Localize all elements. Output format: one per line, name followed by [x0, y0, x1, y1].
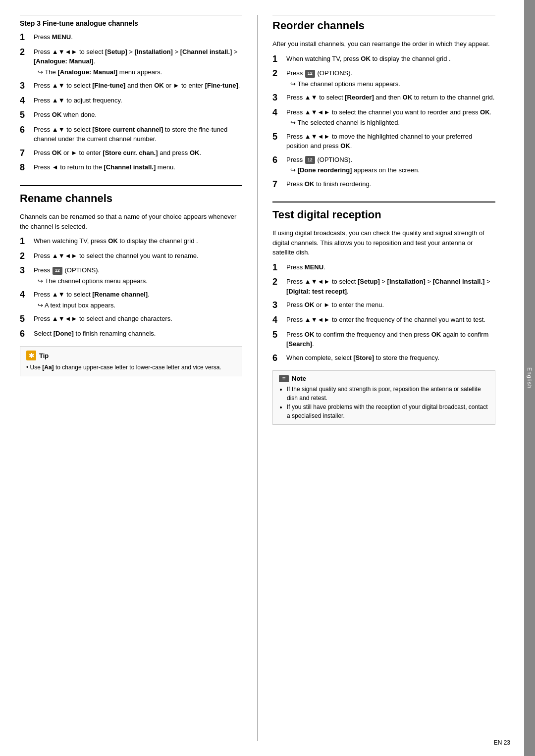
rename-num-5: 5	[20, 314, 34, 325]
rename-content-1: When watching TV, press OK to display th…	[34, 236, 242, 246]
test-item-3: 3 Press OK or ► to enter the menu.	[272, 300, 495, 311]
reorder-content-7: Press OK to finish reordering.	[286, 179, 495, 189]
test-num-3: 3	[272, 300, 286, 311]
rename-num-4: 4	[20, 290, 34, 301]
top-divider-left	[20, 15, 242, 15]
rename-title: Rename channels	[20, 192, 242, 207]
note-item-2: If you still have problems with the rece…	[287, 403, 489, 420]
rename-num-6: 6	[20, 329, 34, 340]
rename-item-1: 1 When watching TV, press OK to display …	[20, 236, 242, 247]
step3-item-4: 4 Press ▲▼ to adjust frequency.	[20, 96, 242, 106]
test-num-5: 5	[272, 330, 286, 341]
test-list: 1 Press MENU. 2 Press ▲▼◄► to select [Se…	[272, 262, 495, 363]
reorder-content-4: Press ▲▼◄► to select the channel you wan…	[286, 107, 495, 128]
tip-icon: ✱	[26, 351, 36, 360]
rename-num-1: 1	[20, 236, 34, 247]
step3-content-4: Press ▲▼ to adjust frequency.	[34, 96, 242, 105]
rename-content-5: Press ▲▼◄► to select and change characte…	[34, 314, 242, 324]
test-item-2: 2 Press ▲▼◄► to select [Setup] > [Instal…	[272, 277, 495, 296]
note-icon	[279, 375, 289, 382]
note-box: Note If the signal quality and strength …	[272, 370, 495, 425]
rename-item-4: 4 Press ▲▼ to select [Rename channel].A …	[20, 290, 242, 310]
reorder-content-3: Press ▲▼ to select [Reorder] and then OK…	[286, 93, 495, 102]
section-divider-test	[272, 202, 495, 202]
rename-content-2: Press ▲▼◄► to select the channel you wan…	[34, 251, 242, 261]
test-num-4: 4	[272, 315, 286, 326]
test-title: Test digital reception	[272, 208, 495, 223]
test-content-3: Press OK or ► to enter the menu.	[286, 300, 495, 310]
rename-content-4: Press ▲▼ to select [Rename channel].A te…	[34, 290, 242, 310]
rename-content-6: Select [Done] to finish renaming channel…	[34, 329, 242, 339]
step3-item-6: 6 Press ▲▼ to select [Store current chan…	[20, 125, 242, 144]
reorder-title: Reorder channels	[272, 19, 495, 34]
step3-list: 1 Press MENU. 2 Press ▲▼◄► to select [Se…	[20, 32, 242, 173]
step3-content-2: Press ▲▼◄► to select [Setup] > [Installa…	[34, 47, 242, 77]
note-header: Note	[279, 375, 489, 382]
step3-item-2: 2 Press ▲▼◄► to select [Setup] > [Instal…	[20, 47, 242, 77]
reorder-item-2: 2 Press 12 (OPTIONS).The channel options…	[272, 68, 495, 89]
rename-list: 1 When watching TV, press OK to display …	[20, 236, 242, 339]
test-num-6: 6	[272, 353, 286, 364]
test-content-6: When complete, select [Store] to store t…	[286, 353, 495, 363]
options-icon-rename-3: 12	[53, 267, 62, 275]
reorder-num-6: 6	[272, 155, 286, 166]
tip-content: • Use [Aa] to change upper-case letter t…	[26, 363, 236, 372]
section-divider-rename	[20, 185, 242, 186]
step3-content-5: Press OK when done.	[34, 110, 242, 120]
tip-header: ✱ Tip	[26, 351, 236, 360]
left-column: Step 3 Fine-tune analogue channels 1 Pre…	[20, 15, 258, 741]
reorder-item-3: 3 Press ▲▼ to select [Reorder] and then …	[272, 93, 495, 103]
step3-item-5: 5 Press OK when done.	[20, 110, 242, 121]
reorder-item-7: 7 Press OK to finish reordering.	[272, 179, 495, 190]
rename-item-2: 2 Press ▲▼◄► to select the channel you w…	[20, 251, 242, 262]
reorder-num-1: 1	[272, 54, 286, 65]
top-divider-right	[272, 15, 495, 15]
step3-num-1: 1	[20, 32, 34, 43]
main-content: Step 3 Fine-tune analogue channels 1 Pre…	[0, 0, 524, 756]
step3-item-7: 7 Press OK or ► to enter [Store curr. ch…	[20, 148, 242, 159]
reorder-content-5: Press ▲▼◄► to move the highlighted chann…	[286, 132, 495, 151]
rename-item-3: 3 Press 12 (OPTIONS).The channel options…	[20, 265, 242, 286]
rename-num-3: 3	[20, 265, 34, 276]
step3-content-6: Press ▲▼ to select [Store current channe…	[34, 125, 242, 144]
rename-item-5: 5 Press ▲▼◄► to select and change charac…	[20, 314, 242, 325]
rename-intro: Channels can be renamed so that a name o…	[20, 212, 242, 231]
test-item-1: 1 Press MENU.	[272, 262, 495, 273]
step3-content-1: Press MENU.	[34, 32, 242, 42]
right-column: Reorder channels After you install chann…	[258, 15, 495, 741]
page: English Step 3 Fine-tune analogue channe…	[0, 0, 535, 756]
step3-num-7: 7	[20, 148, 34, 159]
step3-content-7: Press OK or ► to enter [Store curr. chan…	[34, 148, 242, 158]
step3-num-5: 5	[20, 110, 34, 121]
note-item-1: If the signal quality and strength is po…	[287, 385, 489, 403]
test-intro: If using digital broadcasts, you can che…	[272, 228, 495, 257]
step3-num-2: 2	[20, 47, 34, 58]
rename-item-6: 6 Select [Done] to finish renaming chann…	[20, 329, 242, 340]
reorder-num-3: 3	[272, 93, 286, 103]
step3-num-8: 8	[20, 162, 34, 173]
step3-num-4: 4	[20, 96, 34, 106]
test-item-5: 5 Press OK to confirm the frequency and …	[272, 330, 495, 349]
step3-num-3: 3	[20, 81, 34, 92]
step3-title: Step 3 Fine-tune analogue channels	[20, 19, 242, 27]
reorder-num-4: 4	[272, 107, 286, 118]
page-footer: EN 23	[494, 739, 510, 746]
test-content-1: Press MENU.	[286, 262, 495, 272]
test-item-4: 4 Press ▲▼◄► to enter the frequency of t…	[272, 315, 495, 326]
rename-num-2: 2	[20, 251, 34, 262]
reorder-content-1: When watching TV, press OK to display th…	[286, 54, 495, 64]
reorder-num-2: 2	[272, 68, 286, 79]
test-content-2: Press ▲▼◄► to select [Setup] > [Installa…	[286, 277, 495, 296]
test-item-6: 6 When complete, select [Store] to store…	[272, 353, 495, 364]
step3-content-3: Press ▲▼ to select [Fine-tune] and then …	[34, 81, 242, 91]
reorder-list: 1 When watching TV, press OK to display …	[272, 54, 495, 190]
reorder-num-5: 5	[272, 132, 286, 143]
options-icon-reorder-6: 12	[305, 156, 315, 164]
tip-box: ✱ Tip • Use [Aa] to change upper-case le…	[20, 346, 242, 376]
tip-label: Tip	[39, 352, 49, 359]
step3-item-8: 8 Press ◄ to return to the [Channel inst…	[20, 162, 242, 173]
test-content-5: Press OK to confirm the frequency and th…	[286, 330, 495, 349]
reorder-item-5: 5 Press ▲▼◄► to move the highlighted cha…	[272, 132, 495, 151]
step3-num-6: 6	[20, 125, 34, 136]
note-content: If the signal quality and strength is po…	[279, 385, 489, 420]
